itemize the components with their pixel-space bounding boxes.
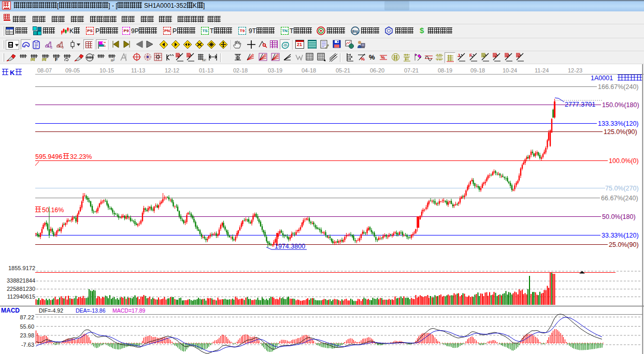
svg-text:1A0001: 1A0001: [591, 75, 613, 82]
svg-text:12-23: 12-23: [568, 67, 582, 73]
svg-text:06-20: 06-20: [370, 67, 384, 73]
svg-text:DIF=-4.92: DIF=-4.92: [39, 307, 63, 314]
svg-text:-7.63: -7.63: [21, 342, 34, 348]
svg-text:08-19: 08-19: [438, 67, 452, 73]
svg-text:2777.3701: 2777.3701: [565, 101, 595, 108]
svg-text:08-07: 08-07: [37, 67, 52, 73]
svg-text:F: F: [55, 57, 58, 62]
svg-text:100.0%(0): 100.0%(0): [609, 157, 639, 165]
svg-text:DEA=-13.86: DEA=-13.86: [76, 307, 106, 314]
svg-text:166.67%(240): 166.67%(240): [598, 83, 639, 91]
svg-text:338821844: 338821844: [7, 277, 35, 284]
svg-text:11-24: 11-24: [535, 67, 549, 73]
svg-text:1974.3800: 1974.3800: [275, 243, 305, 250]
svg-text:12-12: 12-12: [165, 67, 179, 73]
svg-text:125.0%(90): 125.0%(90): [604, 128, 637, 136]
svg-text:MACD=17.89: MACD=17.89: [112, 307, 145, 314]
svg-text:09-05: 09-05: [65, 67, 80, 73]
svg-text:66.67%(240): 66.67%(240): [601, 195, 638, 202]
svg-text:32.23%: 32.23%: [70, 153, 92, 160]
svg-text:05-21: 05-21: [336, 67, 350, 73]
svg-text:55.60: 55.60: [20, 323, 34, 330]
svg-text:133.33%(120): 133.33%(120): [598, 120, 639, 127]
svg-text:123: 123: [202, 58, 206, 62]
svg-text:%: %: [361, 56, 365, 62]
svg-text:01-13: 01-13: [199, 67, 213, 73]
svg-text:10-15: 10-15: [99, 67, 114, 73]
svg-text:9: 9: [62, 46, 64, 49]
svg-text:04-18: 04-18: [302, 67, 316, 73]
svg-text:50.16%: 50.16%: [42, 207, 64, 214]
svg-text:03-19: 03-19: [268, 67, 282, 73]
svg-text:09-18: 09-18: [470, 67, 485, 73]
svg-text:150.0%(180): 150.0%(180): [602, 101, 639, 109]
svg-text:J: J: [457, 53, 460, 58]
svg-text:75.0%(270): 75.0%(270): [605, 185, 639, 192]
svg-text:%: %: [381, 55, 385, 60]
svg-text:33.33%(120): 33.33%(120): [602, 232, 639, 239]
svg-text:11-13: 11-13: [131, 67, 145, 73]
svg-text:225881230: 225881230: [7, 286, 35, 292]
svg-text:50.0%(180): 50.0%(180): [602, 213, 636, 220]
svg-text:595.9496: 595.9496: [35, 153, 62, 160]
svg-text:25.0%(90): 25.0%(90): [609, 241, 639, 248]
svg-text:07-21: 07-21: [404, 67, 419, 73]
svg-text:F: F: [469, 53, 472, 58]
svg-text:n²: n²: [111, 58, 115, 62]
svg-text:23.98: 23.98: [20, 332, 34, 338]
svg-text:10-24: 10-24: [503, 67, 517, 73]
svg-text:1855.9172: 1855.9172: [8, 265, 35, 271]
svg-text:02-18: 02-18: [233, 67, 248, 73]
svg-text:112940615: 112940615: [7, 293, 35, 300]
svg-text:MACD: MACD: [1, 307, 20, 314]
svg-text:K: K: [10, 69, 15, 77]
svg-text:Big: Big: [352, 30, 358, 34]
svg-text:87.22: 87.22: [20, 314, 34, 320]
svg-text:3: 3: [50, 46, 52, 49]
